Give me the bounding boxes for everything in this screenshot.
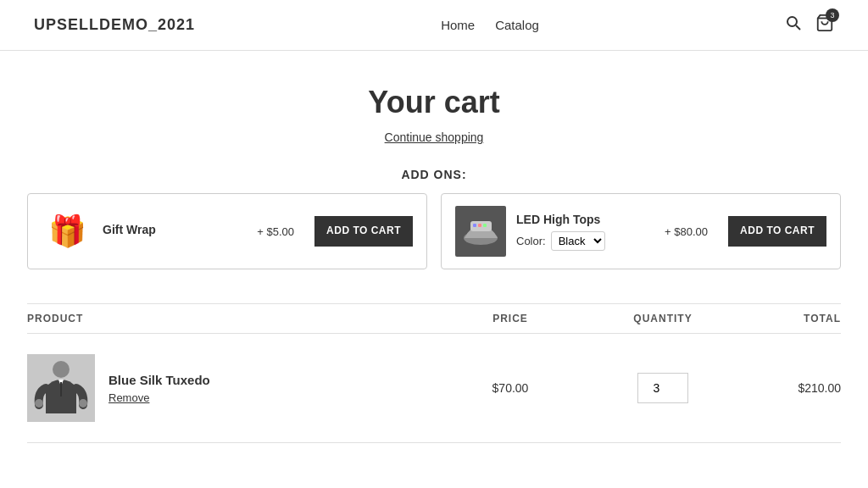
col-header-quantity: QUANTITY — [587, 313, 739, 324]
svg-rect-8 — [483, 224, 487, 227]
gift-wrap-name: Gift Wrap — [103, 223, 236, 236]
svg-point-10 — [53, 361, 70, 378]
gift-wrap-info: Gift Wrap — [103, 223, 236, 240]
col-header-product: PRODUCT — [27, 313, 434, 324]
product-name: Blue Silk Tuxedo — [108, 373, 210, 387]
svg-point-12 — [79, 399, 87, 408]
gift-wrap-price: + $5.00 — [257, 225, 294, 238]
led-shoe-icon — [458, 208, 504, 255]
cart-item-price: $70.00 — [434, 381, 587, 395]
gift-wrap-add-to-cart-button[interactable]: ADD TO CART — [314, 216, 413, 247]
led-high-tops-add-to-cart-button[interactable]: ADD TO CART — [728, 216, 826, 247]
led-high-tops-price: + $80.00 — [665, 225, 708, 238]
led-high-tops-color-row: Color: Black White Red — [516, 231, 644, 251]
add-ons-label: ADD ONS: — [27, 168, 841, 181]
led-high-tops-image — [455, 206, 506, 257]
svg-point-11 — [35, 399, 43, 408]
nav-catalog[interactable]: Catalog — [495, 18, 539, 32]
cart-item-product: Blue Silk Tuxedo Remove — [27, 354, 434, 422]
product-image — [27, 354, 95, 422]
add-on-card-gift-wrap: 🎁 Gift Wrap + $5.00 ADD TO CART — [27, 193, 427, 269]
header-icons: 3 — [785, 14, 834, 36]
continue-shopping-link[interactable]: Continue shopping — [27, 130, 841, 144]
search-icon — [785, 14, 802, 31]
cart-badge: 3 — [826, 8, 839, 22]
gift-wrap-image: 🎁 — [42, 206, 92, 257]
main-nav: Home Catalog — [441, 18, 539, 32]
site-header: UPSELLDEMO_2021 Home Catalog 3 — [0, 0, 868, 51]
led-high-tops-name: LED High Tops — [516, 213, 644, 226]
main-content: Your cart Continue shopping ADD ONS: 🎁 G… — [10, 51, 858, 477]
cart-item-quantity — [587, 373, 739, 403]
svg-point-0 — [787, 17, 797, 26]
quantity-input[interactable] — [637, 373, 688, 403]
remove-button[interactable]: Remove — [108, 391, 149, 404]
cart-item: Blue Silk Tuxedo Remove $70.00 $210.00 — [27, 334, 841, 443]
nav-home[interactable]: Home — [441, 18, 475, 32]
led-high-tops-info: LED High Tops Color: Black White Red — [516, 213, 644, 251]
tuxedo-image-svg — [27, 354, 95, 422]
color-select[interactable]: Black White Red — [551, 231, 605, 251]
cart-title: Your cart — [27, 85, 841, 120]
svg-rect-6 — [473, 224, 476, 227]
cart-table-header: PRODUCT PRICE QUANTITY TOTAL — [27, 303, 841, 334]
color-label: Color: — [516, 235, 546, 247]
search-button[interactable] — [785, 14, 802, 36]
cart-item-details: Blue Silk Tuxedo Remove — [108, 373, 210, 404]
svg-line-1 — [796, 25, 800, 30]
col-header-total: TOTAL — [739, 313, 841, 324]
cart-item-total: $210.00 — [739, 381, 841, 395]
svg-rect-7 — [478, 224, 481, 227]
cart-button[interactable]: 3 — [815, 14, 834, 36]
site-logo: UPSELLDEMO_2021 — [34, 16, 195, 34]
col-header-price: PRICE — [434, 313, 587, 324]
add-ons-container: 🎁 Gift Wrap + $5.00 ADD TO CART — [27, 193, 841, 269]
add-on-card-led-high-tops: LED High Tops Color: Black White Red + $… — [441, 193, 841, 269]
